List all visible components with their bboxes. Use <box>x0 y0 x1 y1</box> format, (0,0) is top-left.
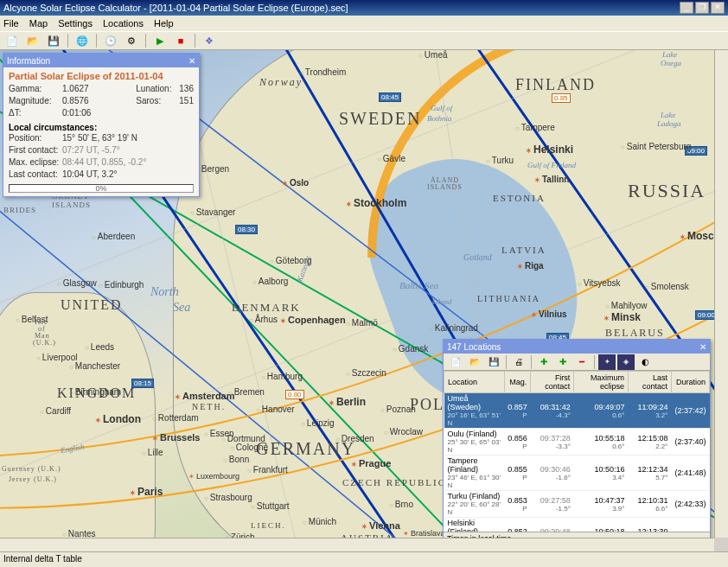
print-icon[interactable]: 🖨 <box>510 354 527 370</box>
new-icon[interactable]: 📄 <box>3 33 21 48</box>
locations-status: Times in local time <box>444 532 710 538</box>
region-label: BRIDES <box>3 206 36 214</box>
information-panel: Information✕ Partial Solar Eclipse of 20… <box>3 53 200 197</box>
locations-table-scroll[interactable]: Location Mag. First contact Maximum ecli… <box>444 371 710 532</box>
gear-icon[interactable]: ⚙ <box>123 33 140 48</box>
locations-panel: 147 Locations✕ 📄 📂 💾 🖨 ✚ ✚ ━ ✦ ◈ ◐ Locat… <box>443 339 711 538</box>
col-location[interactable]: Location <box>444 372 505 393</box>
city-label: Glasgow <box>57 278 97 288</box>
info-icon[interactable]: ❖ <box>201 33 218 48</box>
remove-icon[interactable]: ━ <box>573 354 591 370</box>
play-icon[interactable]: ▶ <box>151 33 169 48</box>
save-icon[interactable]: 💾 <box>485 354 502 370</box>
table-row[interactable]: Helsinki (Finland)24° 56' E, 60° 11' N0.… <box>444 518 710 532</box>
table-row[interactable]: Oulu (Finland)25° 30' E, 65° 03' N0.856P… <box>444 429 710 456</box>
close-icon[interactable]: ✕ <box>699 342 706 352</box>
region-label: ISLANDS <box>52 201 91 209</box>
table-row[interactable]: Tampere (Finland)23° 46' E, 61° 30' N0.8… <box>444 456 710 491</box>
menu-settings[interactable]: Settings <box>58 18 93 29</box>
maximize-button[interactable]: ❐ <box>695 2 709 14</box>
menu-help[interactable]: Help <box>154 18 174 29</box>
table-row[interactable]: Umeå (Sweden)20° 16' E, 63° 51' N0.857P0… <box>444 393 710 429</box>
col-dur[interactable]: Duration <box>671 372 709 393</box>
title-bar: Alcyone Solar Eclipse Calculator - [2011… <box>0 0 728 16</box>
progress-bar: 0% <box>9 184 194 193</box>
col-first[interactable]: First contact <box>531 372 574 393</box>
status-bar: Internal delta T table <box>0 551 728 567</box>
col-mag[interactable]: Mag. <box>504 372 531 393</box>
horizontal-scrollbar[interactable] <box>0 538 714 551</box>
open-icon[interactable]: 📂 <box>24 33 42 48</box>
menu-bar: File Map Settings Locations Help <box>0 16 728 31</box>
new-icon[interactable]: 📄 <box>447 354 464 370</box>
stop-icon[interactable]: ■ <box>172 33 189 48</box>
city-label: Edinburgh <box>99 280 144 290</box>
clock-icon[interactable]: 🕒 <box>102 33 119 48</box>
opt3-icon[interactable]: ◐ <box>636 354 654 370</box>
menu-map[interactable]: Map <box>29 18 48 29</box>
info-panel-title: Information <box>7 56 50 66</box>
map-view[interactable]: 08:15 08:30 08:45 08:45 09:00 09:00 0.78… <box>0 50 714 538</box>
app-title: Alcyone Solar Eclipse Calculator - [2011… <box>3 3 348 13</box>
locations-toolbar: 📄 📂 💾 🖨 ✚ ✚ ━ ✦ ◈ ◐ <box>444 354 710 371</box>
save-icon[interactable]: 💾 <box>45 33 62 48</box>
menu-file[interactable]: File <box>3 18 19 29</box>
globe-icon[interactable]: 🌐 <box>73 33 91 48</box>
col-last[interactable]: Last contact <box>628 372 671 393</box>
opt1-icon[interactable]: ✦ <box>598 354 616 370</box>
add-icon[interactable]: ✚ <box>554 354 572 370</box>
table-row[interactable]: Turku (Finland)22° 20' E, 60° 28' N0.853… <box>444 491 710 518</box>
open-icon[interactable]: 📂 <box>466 354 483 370</box>
col-max[interactable]: Maximum eclipse <box>574 372 629 393</box>
local-heading: Local circumstances: <box>9 123 194 132</box>
locations-table: Location Mag. First contact Maximum ecli… <box>444 371 710 532</box>
close-button[interactable]: ✕ <box>711 2 725 14</box>
toolbar: 📄 📂 💾 🌐 🕒 ⚙ ▶ ■ ❖ <box>0 31 728 50</box>
opt2-icon[interactable]: ◈ <box>617 354 635 370</box>
close-icon[interactable]: ✕ <box>188 56 195 66</box>
eclipse-heading: Partial Solar Eclipse of 2011-01-04 <box>9 71 194 81</box>
vertical-scrollbar[interactable] <box>714 50 728 538</box>
locations-panel-title: 147 Locations <box>447 342 501 352</box>
city-label: Aberdeen <box>92 232 135 241</box>
add-icon[interactable]: ✚ <box>535 354 552 370</box>
minimize-button[interactable]: _ <box>680 2 693 14</box>
menu-locations[interactable]: Locations <box>103 18 144 29</box>
